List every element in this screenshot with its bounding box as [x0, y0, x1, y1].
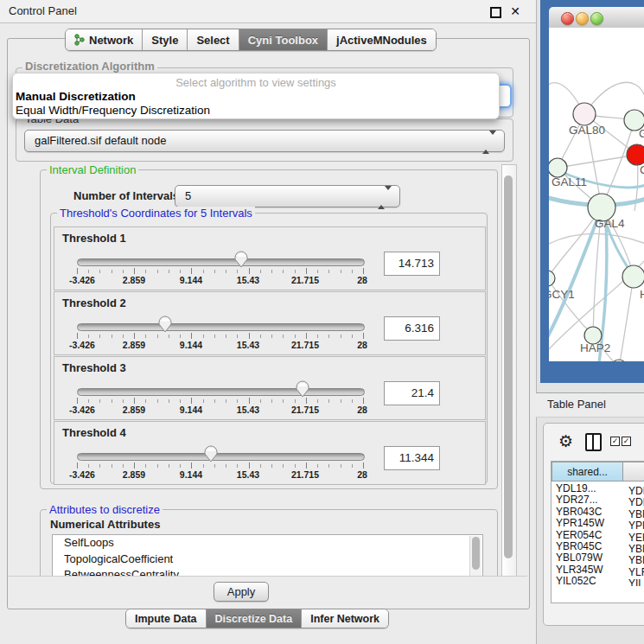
threshold-4-slider-thumb[interactable] [204, 445, 218, 462]
main-vertical-scrollbar[interactable] [501, 164, 517, 606]
column-header-shared-name[interactable]: shared... [552, 462, 623, 481]
node-label-partial-g: G [639, 127, 644, 140]
popup-item-equal-width[interactable]: Equal Width/Frequency Discretization [16, 104, 210, 117]
tick-label: 2.859 [123, 469, 145, 480]
table-row[interactable]: YBL079WYBL0 [552, 552, 644, 563]
number-of-intervals-label: Number of Intervals [73, 189, 179, 202]
node-label-gcy1: GCY1 [549, 288, 575, 301]
algorithm-placeholder: Select algorithm to view settings [13, 76, 499, 89]
node-gal80[interactable] [573, 103, 596, 125]
threshold-3-slider-track[interactable] [77, 388, 365, 396]
close-icon[interactable]: ✕ [510, 4, 520, 18]
interval-definition-group-label: Interval Definition [47, 163, 138, 176]
tick-label: 15.43 [237, 275, 259, 285]
table-panel-titlebar: Table Panel [536, 392, 644, 418]
node-gal11[interactable] [549, 158, 567, 177]
numerical-attributes-list[interactable]: SelfLoops TopologicalCoefficient Between… [52, 534, 483, 577]
list-item[interactable]: TopologicalCoefficient [53, 552, 482, 568]
table-row[interactable]: YPR145WYPR1 [552, 517, 644, 528]
threshold-1-slider-track[interactable] [77, 258, 365, 266]
zoom-traffic-light-icon[interactable] [590, 12, 603, 25]
node-label-partial-c: C [640, 163, 644, 176]
tab-jactivemnodules[interactable]: jActiveMNodules [328, 29, 436, 50]
threshold-4-slider-track[interactable] [77, 453, 365, 461]
node-label-gal4: GAL4 [595, 217, 625, 230]
close-traffic-light-icon[interactable] [561, 12, 574, 25]
checkbox-icon[interactable]: ✓ [622, 437, 631, 446]
node-gcy1[interactable] [549, 271, 555, 286]
table-row[interactable]: YDL19...YDL1 [552, 482, 644, 494]
table-row[interactable]: YDR27...YDR2 [552, 494, 644, 505]
split-columns-icon[interactable] [585, 433, 602, 451]
tick-label: 9.144 [180, 469, 202, 480]
tick-label: 9.144 [180, 275, 202, 285]
threshold-4-value-field[interactable]: 11.344 [384, 446, 440, 470]
float-icon[interactable] [490, 7, 501, 18]
tick-label: -3.426 [69, 405, 95, 415]
tab-network[interactable]: Network [66, 29, 143, 50]
tab-discretize-data[interactable]: Discretize Data [207, 609, 303, 628]
table-panel-title: Table Panel [547, 398, 606, 411]
table-row[interactable]: YER054CYER0 [552, 529, 644, 540]
tick-label: 28 [357, 405, 367, 415]
number-of-intervals-combobox[interactable]: 5 [175, 185, 400, 207]
column-header-name[interactable]: n... [622, 462, 644, 481]
threshold-3-label: Threshold 3 [62, 361, 126, 374]
network-graph: GAL80 G C GAL11 GAL4 GCY1 H HAP2 [549, 28, 644, 361]
minimize-traffic-light-icon[interactable] [576, 12, 589, 25]
panel-title: Control Panel [9, 4, 77, 17]
network-canvas[interactable]: GAL80 G C GAL11 GAL4 GCY1 H HAP2 [549, 28, 644, 361]
number-of-intervals-value: 5 [185, 189, 191, 202]
threshold-3-slider-thumb[interactable] [296, 380, 309, 398]
threshold-1-label: Threshold 1 [62, 232, 126, 245]
spinner-arrows-icon [378, 190, 392, 206]
table-data-combobox-value: galFiltered.sif default node [35, 134, 166, 147]
table-row[interactable]: YLR345WYLR3 [552, 564, 644, 575]
popup-item-manual-discretization[interactable]: Manual Discretization [16, 90, 136, 103]
threshold-2-slider-track[interactable] [77, 323, 365, 331]
tick-label: -3.426 [69, 340, 95, 350]
threshold-1-value-field[interactable]: 14.713 [384, 252, 440, 276]
top-tab-bar: Network Style Select Cyni Toolbox jActiv… [65, 29, 437, 51]
node-highlighted-red[interactable] [627, 144, 644, 165]
table-panel: ⚙ ✓ ✓ shared... n... YDL19...YDL1 YDR27.… [543, 423, 644, 626]
table-row[interactable]: YIL052CYIL0 [552, 575, 644, 586]
tab-impute-data[interactable]: Impute Data [126, 609, 207, 628]
main-scrollbar-thumb[interactable] [504, 175, 513, 558]
tick-label: 15.43 [237, 405, 259, 415]
threshold-1-slider-thumb[interactable] [234, 251, 248, 268]
checkbox-icon[interactable]: ✓ [610, 437, 620, 446]
tab-style[interactable]: Style [143, 29, 188, 50]
threshold-2-label: Threshold 2 [62, 296, 126, 309]
table-row[interactable]: YBR045CYBR0 [552, 540, 644, 552]
list-item[interactable]: SelfLoops [53, 535, 482, 552]
node-h-partial[interactable] [622, 265, 644, 288]
tick-label: 15.43 [237, 469, 259, 480]
tick-label: 28 [357, 340, 367, 350]
tab-cyni-toolbox[interactable]: Cyni Toolbox [239, 29, 328, 50]
threshold-3-value-field[interactable]: 21.4 [384, 381, 440, 405]
control-panel: Control Panel ✕ Network S [0, 0, 537, 644]
gear-icon[interactable]: ⚙ [558, 431, 573, 451]
tab-infer-network[interactable]: Infer Network [302, 609, 388, 628]
network-window-titlebar[interactable] [549, 7, 644, 29]
numerical-attributes-label: Numerical Attributes [50, 518, 160, 531]
tick-label: 21.715 [291, 275, 319, 285]
tick-label: 21.715 [291, 469, 319, 480]
threshold-2-panel: Threshold 2 -3.426 2.859 9.144 15.43 21.… [54, 291, 486, 355]
apply-bar: Apply [8, 576, 527, 608]
attributes-list-scrollbar[interactable] [469, 536, 481, 576]
threshold-2-slider-thumb[interactable] [158, 316, 172, 333]
tick-label: 9.144 [180, 405, 202, 415]
network-icon [74, 34, 85, 46]
tick-label: 28 [357, 469, 367, 480]
table-data-combobox[interactable]: galFiltered.sif default node [24, 130, 505, 152]
threshold-1-panel: Threshold 1 -3.426 2.859 9.144 15.43 21.… [54, 226, 486, 290]
tick-label: 9.144 [180, 340, 202, 350]
tick-label: 21.715 [291, 405, 319, 415]
table-row[interactable]: YBR043CYBR0 [552, 506, 644, 517]
threshold-2-value-field[interactable]: 6.316 [384, 316, 440, 341]
apply-button[interactable]: Apply [214, 582, 269, 602]
tab-select[interactable]: Select [188, 29, 239, 50]
tick-label: 2.859 [123, 275, 145, 285]
